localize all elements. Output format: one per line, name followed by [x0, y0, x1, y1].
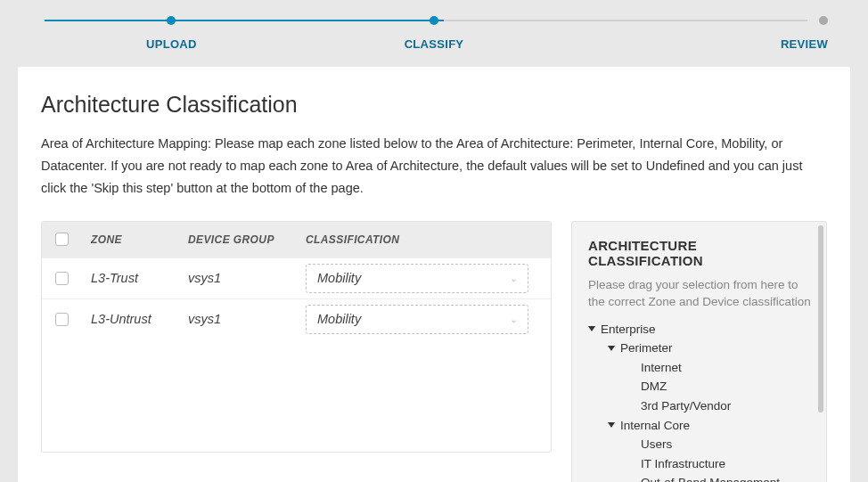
side-panel-title: ARCHITECTURE CLASSIFICATION [588, 238, 814, 268]
caret-down-icon [608, 346, 615, 351]
classification-side-panel: ARCHITECTURE CLASSIFICATION Please drag … [571, 221, 827, 482]
progress-tracker: UPLOAD CLASSIFY REVIEW [0, 0, 868, 51]
side-panel-description: Please drag your selection from here to … [588, 277, 814, 311]
step-label: UPLOAD [146, 37, 197, 51]
step-label: CLASSIFY [405, 37, 464, 51]
step-upload[interactable]: UPLOAD [40, 16, 303, 51]
header-zone: ZONE [91, 233, 188, 246]
select-all-checkbox[interactable] [55, 233, 69, 246]
step-dot-upload [167, 16, 176, 25]
cell-zone: L3-Trust [91, 271, 188, 285]
table-header-row: ZONE DEVICE GROUP CLASSIFICATION [42, 222, 551, 257]
row-checkbox[interactable] [55, 313, 69, 326]
tree-leaf-users[interactable]: Users [627, 435, 814, 454]
tree-node-internal-core[interactable]: Internal Core [608, 416, 814, 436]
classification-value: Mobility [317, 312, 361, 326]
row-checkbox[interactable] [55, 272, 69, 285]
step-review[interactable]: REVIEW [565, 16, 828, 51]
page-description: Area of Architecture Mapping: Please map… [41, 133, 827, 200]
step-dot-classify [430, 16, 438, 25]
table-row: L3-Trust vsys1 Mobility ⌄ [42, 257, 551, 298]
page-title: Architecture Classification [41, 92, 827, 118]
tree-leaf-it-infrastructure[interactable]: IT Infrastructure [627, 454, 814, 474]
tree-label: Perimeter [620, 339, 673, 358]
cell-zone: L3-Untrust [91, 312, 188, 326]
tree-node-perimeter[interactable]: Perimeter [608, 339, 814, 358]
chevron-down-icon: ⌄ [510, 274, 517, 283]
content-row: ZONE DEVICE GROUP CLASSIFICATION L3-Trus… [41, 221, 827, 482]
step-label: REVIEW [781, 37, 828, 51]
zone-table: ZONE DEVICE GROUP CLASSIFICATION L3-Trus… [41, 221, 552, 453]
tree-node-enterprise[interactable]: Enterprise [588, 320, 814, 339]
classification-select[interactable]: Mobility ⌄ [306, 264, 528, 293]
chevron-down-icon: ⌄ [510, 315, 517, 324]
classification-value: Mobility [317, 271, 361, 285]
step-classify[interactable]: CLASSIFY [303, 16, 566, 51]
cell-device-group: vsys1 [188, 312, 306, 326]
step-dot-review [819, 16, 828, 25]
scrollbar[interactable] [818, 225, 823, 413]
header-classification: CLASSIFICATION [306, 233, 539, 246]
main-panel: Architecture Classification Area of Arch… [18, 67, 850, 482]
header-device-group: DEVICE GROUP [188, 233, 306, 246]
table-row: L3-Untrust vsys1 Mobility ⌄ [42, 298, 551, 339]
classification-tree: Enterprise Perimeter Internet DMZ 3rd Pa… [588, 320, 814, 482]
tree-leaf-dmz[interactable]: DMZ [627, 377, 814, 396]
cell-device-group: vsys1 [188, 271, 306, 285]
tree-leaf-out-of-band-management[interactable]: Out-of-Band Management [627, 473, 814, 482]
tree-leaf-3rd-party-vendor[interactable]: 3rd Party/Vendor [627, 396, 814, 416]
header-checkbox-cell [53, 233, 91, 246]
tree-label: Internal Core [620, 416, 690, 436]
caret-down-icon [588, 326, 595, 331]
tree-label: Enterprise [601, 320, 656, 339]
classification-select[interactable]: Mobility ⌄ [306, 305, 528, 334]
tree-leaf-internet[interactable]: Internet [627, 358, 814, 378]
caret-down-icon [608, 422, 615, 428]
